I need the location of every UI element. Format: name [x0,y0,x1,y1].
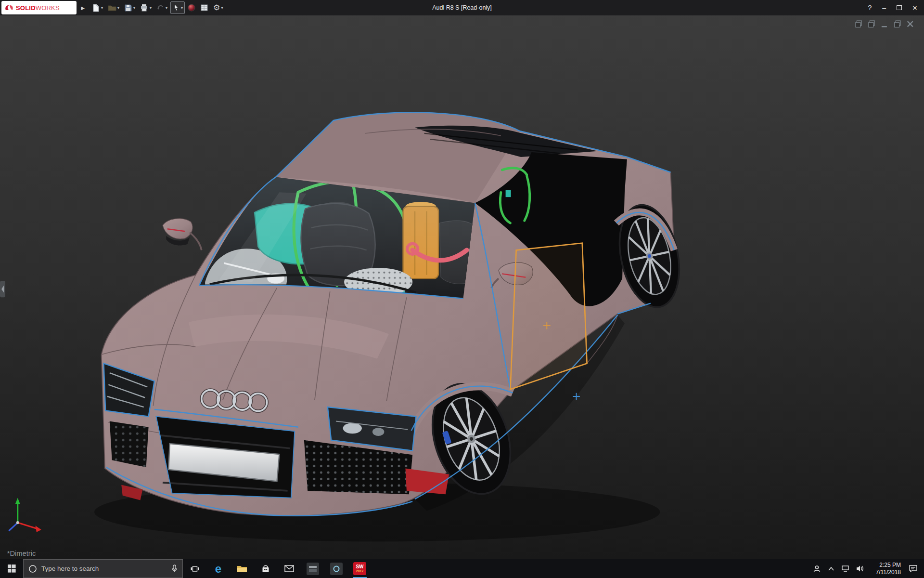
print-button[interactable]: ▾ [138,1,154,14]
menu-flyout-arrow-icon[interactable]: ▶ [78,2,87,13]
new-document-caret[interactable]: ▾ [101,6,103,10]
close-button[interactable]: × [912,4,917,12]
network-icon [842,565,850,572]
file-explorer-button[interactable] [230,559,254,578]
design-table-button[interactable] [198,1,210,14]
people-icon [813,565,821,573]
taskbar: Type here to search e [0,559,924,578]
window-controls: ? – × [868,4,924,12]
hidden-icons-button[interactable] [824,567,838,571]
appearance-button[interactable] [186,1,197,14]
people-button[interactable] [809,565,824,573]
options-gear-icon: ⚙ [213,4,220,12]
windows-logo-icon [8,565,16,573]
sw-label: SW [356,565,363,569]
solidworks-logo: SOLIDWORKS [1,1,77,14]
help-button[interactable]: ? [868,4,872,11]
mail-envelope-icon [284,565,294,572]
appearance-sphere-icon [188,4,195,12]
taskbar-search-input[interactable]: Type here to search [23,559,183,578]
store-button[interactable] [254,559,277,578]
triad-origin [16,521,19,524]
cortana-circle-icon [28,565,37,573]
undo-button[interactable]: ▾ [154,1,169,14]
system-tray: 2:25 PM 7/11/2018 [809,559,924,578]
options-button[interactable]: ⚙ ▾ [211,1,225,14]
select-caret[interactable]: ▾ [181,6,183,10]
speaker-icon [856,565,864,572]
interior-teal-bit [506,190,511,197]
microphone-icon[interactable] [171,565,178,573]
clock-date: 7/11/2018 [867,569,901,576]
pinned-apps: e [183,559,372,578]
feature-panel-handle[interactable] [0,281,5,297]
headlight-right-projector-2 [372,428,384,436]
solidworks-app-icon: SW 2017 [353,562,366,575]
dassault-3ds-icon [4,4,14,12]
pinned-app-icon [307,563,319,575]
sw-year: 2017 [356,569,364,573]
task-view-icon [191,565,199,573]
save-button[interactable]: ▾ [122,1,137,14]
left-intake-mesh [110,421,149,467]
volume-button[interactable] [853,565,867,572]
maximize-button[interactable] [897,5,902,10]
open-folder-icon [108,4,116,12]
action-center-button[interactable] [904,565,922,572]
design-table-icon [200,4,208,12]
mail-button[interactable] [277,559,301,578]
new-document-button[interactable]: ▾ [90,1,105,14]
view-orientation-label: *Dimetric [7,550,36,557]
undo-arrow-icon [156,4,165,12]
save-floppy-icon [124,4,132,12]
action-center-icon [909,565,917,572]
quick-access-toolbar: ▾ ▾ ▾ ▾ ▾ [90,1,225,14]
select-tool-button[interactable]: ▾ [170,1,185,14]
clock-time: 2:25 PM [867,562,901,569]
pinned-app-icon [330,563,343,575]
edge-icon: e [215,563,221,575]
new-document-icon [92,4,100,12]
undo-caret[interactable]: ▾ [166,6,167,10]
print-caret[interactable]: ▾ [150,6,152,10]
selected-door-panel[interactable] [510,243,587,390]
network-button[interactable] [838,565,853,572]
task-view-button[interactable] [183,559,206,578]
options-caret[interactable]: ▾ [221,6,223,10]
open-button[interactable]: ▾ [106,1,121,14]
store-bag-icon [261,564,270,573]
titlebar: SOLIDWORKS ▶ ▾ ▾ ▾ ▾ [0,0,924,15]
start-button[interactable] [0,559,23,578]
file-explorer-icon [237,565,247,573]
headlight-right-projector [343,423,362,434]
taskbar-clock[interactable]: 2:25 PM 7/11/2018 [867,562,904,576]
select-cursor-icon [172,4,180,12]
save-caret[interactable]: ▾ [133,6,135,10]
solidworks-app-button[interactable]: SW 2017 [348,559,372,578]
graphics-viewport[interactable]: *Dimetric [0,15,924,559]
edge-browser-button[interactable]: e [206,559,230,578]
chevron-up-icon [828,567,834,571]
pinned-app-button-2[interactable] [324,559,348,578]
brand-works: WORKS [36,4,60,12]
search-placeholder: Type here to search [41,565,167,572]
printer-icon [140,4,149,12]
brand-solid: SOLID [16,4,36,12]
open-caret[interactable]: ▾ [117,6,119,10]
pinned-app-button-1[interactable] [301,559,324,578]
minimize-button[interactable]: – [882,4,886,11]
